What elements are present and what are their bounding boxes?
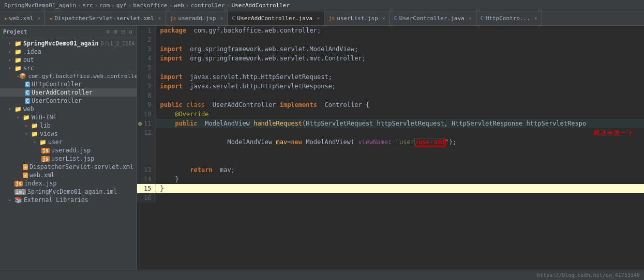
line-number: 4 — [137, 54, 156, 63]
breadcrumb-gyf[interactable]: gyf — [116, 2, 127, 9]
sync-icon[interactable]: ↺ — [128, 28, 133, 36]
line-content: package com.gyf.backoffice.web.controlle… — [156, 26, 644, 35]
tree-item-webinf[interactable]: ▾ 📁 WEB-INF — [0, 113, 137, 121]
arrow-icon: ▸ — [8, 197, 14, 203]
tree-item-userlist-jsp[interactable]: js userList.jsp — [0, 154, 137, 163]
java-icon: C — [481, 15, 484, 21]
tree-label: views — [40, 130, 58, 137]
tree-item-dispatcher-xml[interactable]: ▸ ✦ DispatcherServlet-servlet.xml — [0, 163, 137, 171]
tree-item-usercontroller[interactable]: C UserController — [0, 97, 137, 105]
collapse-icon[interactable]: ⊟ — [121, 28, 126, 36]
settings-icon[interactable]: ⚙ — [106, 28, 111, 36]
jsp-icon: js — [41, 156, 50, 162]
tree-item-iml[interactable]: ▸ iml SpringMvcDemo01_again.iml — [0, 188, 137, 196]
xml-icon: ✦ — [4, 15, 7, 21]
tree-label: com.gyf.backoffice.web.controller — [28, 73, 137, 80]
line-content: import javax.servlet.http.HttpServletReq… — [156, 72, 644, 82]
arrow-icon: ▸ — [25, 123, 31, 128]
tree-label: .idea — [23, 48, 41, 55]
tab-label: HttpContro... — [486, 15, 530, 22]
code-line-14: 14 } — [137, 175, 644, 184]
line-content — [156, 193, 644, 203]
tree-item-useradd-jsp[interactable]: js useradd.jsp — [0, 146, 137, 154]
tree-item-useraddcontroller[interactable]: C UserAddController — [0, 88, 137, 97]
file-tree: ▾ 📁 SpringMvcDemo01_again D:\1_2_IDEA ▸ … — [0, 38, 137, 270]
folder-icon: 📁 — [14, 57, 22, 64]
jsp-icon: js — [170, 15, 176, 21]
breadcrumb-src[interactable]: src — [83, 2, 93, 9]
close-icon[interactable]: × — [158, 15, 161, 21]
iml-icon: iml — [14, 189, 26, 195]
tab-http-controller[interactable]: C HttpContro... × — [476, 11, 542, 25]
tree-item-views[interactable]: ▾ 📁 views — [0, 130, 137, 138]
folder-icon: 📁 — [39, 139, 47, 146]
tree-label: HttpController — [32, 81, 82, 88]
breadcrumb-web[interactable]: web — [174, 2, 184, 9]
tab-dispatcher-xml[interactable]: ✦ DispatcherServlet-servlet.xml × — [45, 11, 166, 25]
tree-item-user-folder[interactable]: ▾ 📁 user — [0, 138, 137, 146]
tab-label: userList.jsp — [337, 15, 378, 22]
code-line-9: 9 public class UserAddController impleme… — [137, 100, 644, 110]
line-number: 15 — [137, 184, 156, 193]
breadcrumb-controller[interactable]: controller — [191, 2, 225, 9]
breadcrumb-com[interactable]: com — [99, 2, 110, 9]
tree-item-web-xml[interactable]: ▸ ✦ web.xml — [0, 171, 137, 179]
close-icon[interactable]: × — [220, 15, 223, 21]
breadcrumb-project[interactable]: SpringMvcDemo01_again — [4, 2, 76, 9]
breadcrumb-backoffice[interactable]: backoffice — [133, 2, 167, 9]
tab-label: UserController.java — [399, 15, 465, 22]
tree-label: UserController — [32, 97, 82, 104]
status-bar: https://blog.csdn.net/qq_41753340 — [0, 270, 644, 280]
breadcrumb-class[interactable]: UserAddController — [231, 2, 290, 9]
xml-icon: ✦ — [23, 173, 28, 178]
line-number: 8 — [137, 91, 156, 100]
tree-item-root[interactable]: ▾ 📁 SpringMvcDemo01_again D:\1_2_IDEA — [0, 39, 137, 48]
tab-label: useradd.jsp — [178, 15, 216, 22]
tree-item-idea[interactable]: ▸ 📁 .idea — [0, 48, 137, 56]
tree-item-index-jsp[interactable]: ▸ js index.jsp — [0, 179, 137, 188]
jsp-icon: js — [41, 148, 50, 153]
tab-userlist-jsp[interactable]: js userList.jsp × — [324, 11, 390, 25]
code-line-4: 4 import org.springframework.web.servlet… — [137, 54, 644, 63]
line-number: 6 — [137, 72, 156, 82]
tab-useradd-controller[interactable]: C UserAddController.java × — [228, 11, 324, 25]
expand-icon[interactable]: ⊞ — [113, 28, 118, 36]
close-icon[interactable]: × — [469, 15, 472, 21]
tree-label: WEB-INF — [32, 114, 56, 121]
tree-item-package[interactable]: ▾ 📦 com.gyf.backoffice.web.controller — [0, 72, 137, 80]
line-content: public class UserAddController implement… — [156, 100, 644, 110]
code-line-5: 5 — [137, 63, 644, 72]
xml-icon: ✦ — [49, 15, 52, 21]
tree-label: out — [23, 56, 34, 64]
tree-item-web[interactable]: ▾ 📁 web — [0, 105, 137, 113]
line-number: 9 — [137, 100, 156, 110]
close-icon[interactable]: × — [37, 15, 40, 21]
tab-useradd-jsp[interactable]: js useradd.jsp × — [166, 11, 228, 25]
tab-web-xml[interactable]: ✦ web.xml × — [0, 11, 45, 25]
java-class-icon: C — [25, 90, 30, 96]
code-table: 1 package com.gyf.backoffice.web.control… — [137, 26, 644, 203]
line-content: public ModelAndView handleRequest(HttpSe… — [156, 119, 644, 128]
code-line-1: 1 package com.gyf.backoffice.web.control… — [137, 26, 644, 35]
folder-icon: 📁 — [31, 131, 38, 137]
line-number: 3 — [137, 44, 156, 54]
java-icon: C — [394, 15, 397, 21]
tree-label: UserAddController — [32, 89, 93, 96]
arrow-icon: ▾ — [33, 139, 39, 145]
close-icon[interactable]: × — [534, 15, 537, 21]
tree-item-ext-libs[interactable]: ▸ 📚 External Libraries — [0, 196, 137, 204]
tree-item-out[interactable]: ▸ 📁 out — [0, 56, 137, 64]
arrow-icon: ▾ — [8, 41, 14, 46]
line-content: import org.springframework.web.servlet.m… — [156, 54, 644, 63]
tree-item-httpcontroller[interactable]: C HttpController — [0, 80, 137, 88]
close-icon[interactable]: × — [317, 15, 320, 21]
tree-label: SpringMvcDemo01_again — [23, 40, 98, 47]
code-editor[interactable]: 1 package com.gyf.backoffice.web.control… — [137, 26, 644, 270]
close-icon[interactable]: × — [382, 15, 385, 21]
tree-item-lib[interactable]: ▸ 📁 lib — [0, 121, 137, 130]
line-content: return mav; — [156, 165, 644, 175]
tree-item-src[interactable]: ▾ 📁 src — [0, 64, 137, 72]
xml-icon: ✦ — [23, 164, 28, 170]
line-content: import javax.servlet.http.HttpServletRes… — [156, 82, 644, 91]
tab-user-controller[interactable]: C UserController.java × — [390, 11, 476, 25]
